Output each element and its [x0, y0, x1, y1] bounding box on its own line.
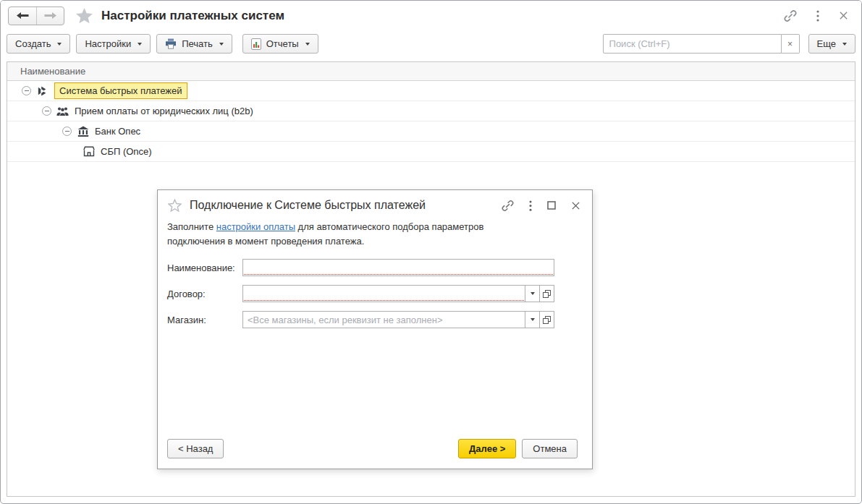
description-text: для автоматического подбора параметров [295, 221, 483, 232]
back-button[interactable] [9, 7, 36, 25]
store-dropdown-button[interactable] [525, 311, 540, 328]
contract-input[interactable] [243, 286, 525, 302]
contract-field-row: Договор: [167, 285, 554, 302]
collapse-toggle-icon[interactable] [22, 86, 31, 95]
print-button-label: Печать [182, 38, 213, 49]
history-nav-group [8, 7, 64, 25]
description-text: подключения в момент проведения платежа. [167, 234, 507, 249]
settings-button[interactable]: Настройки [76, 34, 151, 54]
chevron-down-icon [531, 292, 535, 295]
choose-from-list-icon [543, 316, 551, 324]
chevron-down-icon [531, 318, 535, 321]
more-button-label: Еще [817, 38, 836, 49]
close-window-icon[interactable] [839, 11, 848, 20]
create-button-label: Создать [15, 38, 51, 49]
chevron-down-icon [842, 43, 847, 46]
dialog-footer: < Назад Далее > Отмена [167, 439, 578, 458]
store-field [242, 311, 525, 328]
dialog-form: Наименование: Договор: [158, 248, 592, 328]
tree-row[interactable]: Прием оплаты от юридических лиц (b2b) [7, 101, 855, 121]
tree-row[interactable]: Банк Опес [7, 121, 855, 142]
window-actions [784, 9, 848, 22]
get-link-icon[interactable] [784, 9, 797, 22]
search-box: × [603, 34, 800, 54]
title-bar: Настройки платежных систем [1, 1, 861, 30]
chevron-down-icon [138, 43, 142, 46]
store-input[interactable] [243, 312, 525, 328]
reports-button-label: Отчеты [266, 38, 299, 49]
create-button[interactable]: Создать [7, 34, 70, 54]
name-field [242, 259, 554, 276]
group-icon [56, 106, 69, 117]
column-header-name[interactable]: Наименование [7, 62, 855, 81]
more-menu-icon[interactable] [529, 200, 532, 211]
description-text: Заполните [167, 221, 216, 232]
more-menu-icon[interactable] [816, 10, 819, 22]
payment-settings-link[interactable]: настройки оплаты [216, 221, 295, 232]
store-choose-button[interactable] [539, 311, 554, 328]
dialog-window-actions [502, 200, 580, 212]
tree-row-label: Прием оплаты от юридических лиц (b2b) [75, 106, 253, 116]
bank-icon [77, 126, 89, 137]
search-clear-button[interactable]: × [782, 34, 800, 54]
tree-row[interactable]: СБП (Once) [7, 142, 855, 162]
app-window: Настройки платежных систем Создать Настр… [0, 0, 862, 504]
connection-dialog: Подключение к Системе быстрых платежей [157, 189, 593, 469]
arrow-right-icon [44, 12, 56, 20]
store-field-label: Магазин: [167, 315, 242, 325]
printer-icon [165, 38, 177, 49]
next-button[interactable]: Далее > [458, 439, 516, 458]
chevron-down-icon [305, 43, 310, 46]
forward-button[interactable] [36, 7, 64, 25]
page-title: Настройки платежных систем [101, 9, 284, 23]
tree-row[interactable]: Система быстрых платежей [7, 81, 855, 101]
name-field-row: Наименование: [167, 259, 554, 276]
tree-row-label: Банк Опес [95, 126, 140, 137]
back-button[interactable]: < Назад [167, 439, 224, 458]
contract-field [242, 285, 525, 302]
contract-field-label: Договор: [167, 289, 242, 299]
search-input[interactable] [603, 34, 782, 54]
favorite-star-outline-icon[interactable] [168, 199, 182, 212]
print-button[interactable]: Печать [156, 34, 232, 54]
cancel-button[interactable]: Отмена [522, 439, 578, 458]
column-header-label: Наименование [20, 66, 85, 77]
toolbar-right-group: × Еще [603, 34, 855, 54]
dialog-title-bar: Подключение к Системе быстрых платежей [158, 190, 592, 212]
name-field-label: Наименование: [167, 262, 242, 273]
close-dialog-icon[interactable] [571, 201, 580, 210]
dialog-description: Заполните настройки оплаты для автоматич… [167, 220, 507, 248]
tree-row-label: Система быстрых платежей [54, 82, 187, 99]
maximize-icon[interactable] [547, 201, 556, 210]
collapse-toggle-icon[interactable] [42, 106, 51, 116]
get-link-icon[interactable] [502, 200, 514, 212]
collapse-toggle-icon[interactable] [62, 127, 72, 136]
favorite-star-icon[interactable] [76, 8, 93, 24]
chevron-down-icon [219, 43, 224, 46]
chevron-down-icon [57, 43, 62, 46]
store-icon [83, 146, 95, 158]
dialog-title: Подключение к Системе быстрых платежей [190, 199, 426, 212]
tree-row-label: СБП (Once) [101, 146, 152, 157]
report-icon [251, 38, 261, 50]
store-field-row: Магазин: [167, 311, 554, 328]
sbp-logo-icon [36, 85, 48, 97]
reports-button[interactable]: Отчеты [242, 34, 318, 54]
choose-from-list-icon [543, 290, 551, 298]
contract-dropdown-button[interactable] [525, 285, 540, 302]
arrow-left-icon [17, 12, 29, 20]
name-input[interactable] [243, 260, 554, 276]
contract-choose-button[interactable] [539, 285, 554, 302]
command-toolbar: Создать Настройки Печать Отчеты [1, 30, 861, 57]
more-button[interactable]: Еще [808, 34, 855, 54]
settings-button-label: Настройки [85, 38, 131, 49]
